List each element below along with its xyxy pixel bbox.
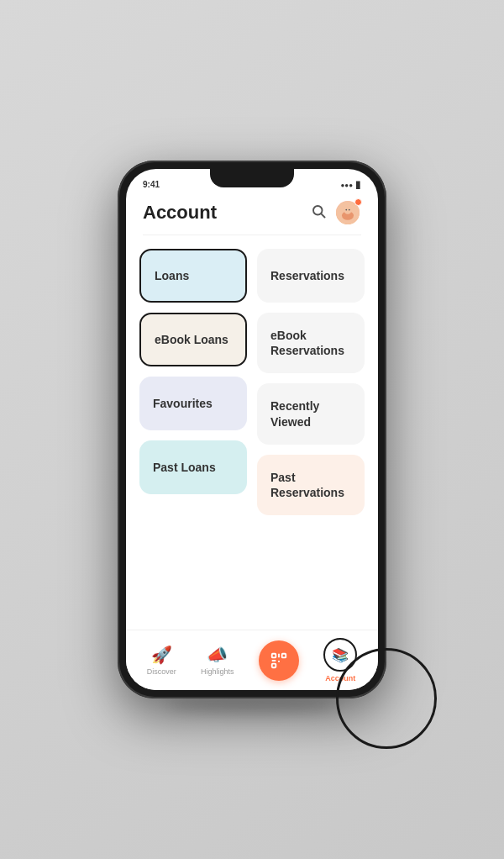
reservations-label: Reservations (270, 268, 344, 283)
svg-line-1 (321, 213, 324, 217)
loans-label: Loans (155, 268, 189, 283)
ebook-reservations-label: eBook Reservations (270, 328, 351, 358)
avatar-wrapper[interactable] (334, 199, 361, 226)
signal-icon: ●●● (341, 182, 354, 189)
favourites-label: Favourites (153, 396, 213, 411)
page-title: Account (143, 202, 217, 224)
favourites-card[interactable]: Favourites (139, 377, 247, 430)
svg-point-5 (345, 209, 347, 211)
ebook-loans-card[interactable]: eBook Loans (139, 313, 247, 366)
svg-point-4 (344, 207, 352, 214)
recently-viewed-label: Recently Viewed (270, 398, 351, 429)
recently-viewed-card[interactable]: Recently Viewed (257, 383, 365, 444)
ebook-reservations-card[interactable]: eBook Reservations (257, 313, 365, 373)
nav-account[interactable]: 📚 Account (323, 638, 357, 682)
status-time: 9:41 (143, 180, 160, 189)
account-icon: 📚 (332, 647, 349, 663)
past-reservations-card[interactable]: Past Reservations (257, 455, 365, 515)
battery-icon: ▊ (356, 182, 361, 189)
search-button[interactable] (311, 203, 326, 222)
discover-label: Discover (147, 667, 176, 676)
reservations-card[interactable]: Reservations (257, 249, 365, 303)
svg-rect-7 (272, 653, 276, 657)
highlights-icon: 📣 (207, 645, 228, 665)
phone-notch (210, 169, 294, 187)
svg-point-6 (349, 209, 350, 211)
menu-grid: Loans eBook Loans Favourites Past Loans (139, 249, 365, 515)
phone-frame: 9:41 ●●● ▊ Account (118, 161, 386, 698)
main-content: Loans eBook Loans Favourites Past Loans (126, 235, 378, 630)
past-loans-card[interactable]: Past Loans (139, 440, 247, 494)
highlights-label: Highlights (201, 667, 234, 676)
loans-card[interactable]: Loans (139, 249, 247, 303)
svg-rect-9 (272, 663, 276, 667)
account-nav-label: Account (325, 674, 355, 682)
bottom-navigation: 🚀 Discover 📣 Highlights (126, 630, 378, 690)
account-icon-circle: 📚 (323, 638, 357, 672)
scan-button[interactable] (259, 640, 299, 681)
past-loans-label: Past Loans (153, 460, 216, 475)
page-header: Account (126, 192, 378, 235)
svg-rect-8 (282, 653, 286, 657)
header-actions (311, 199, 361, 226)
ebook-loans-label: eBook Loans (155, 332, 228, 347)
nav-discover[interactable]: 🚀 Discover (147, 645, 176, 676)
nav-highlights[interactable]: 📣 Highlights (201, 645, 234, 676)
past-reservations-label: Past Reservations (270, 470, 351, 500)
status-icons: ●●● ▊ (341, 182, 362, 189)
notification-dot (354, 198, 362, 206)
discover-icon: 🚀 (151, 645, 172, 665)
